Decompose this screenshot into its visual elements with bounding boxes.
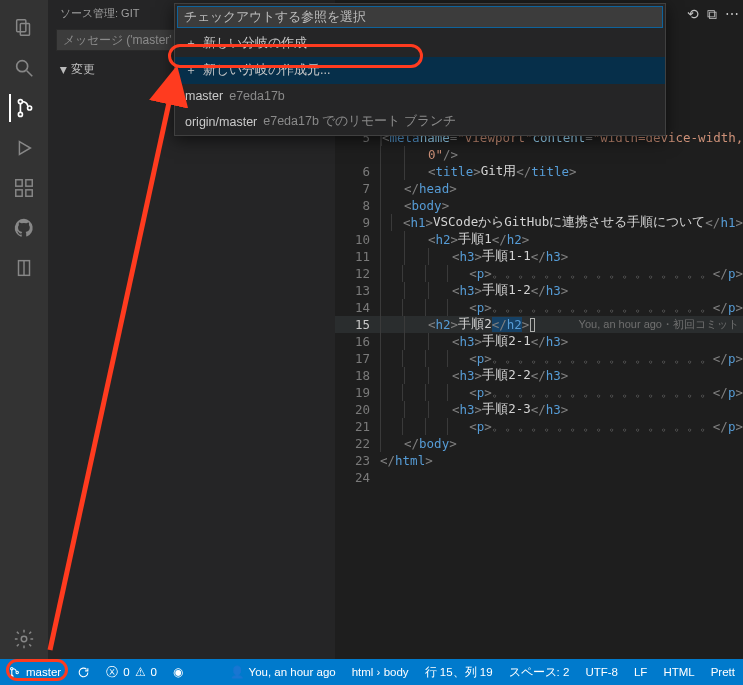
warning-icon: ⚠ xyxy=(135,665,146,679)
chevron-down-icon: ▶ xyxy=(59,66,69,73)
svg-rect-1 xyxy=(20,23,29,35)
editor-toolbar: ⟲ ⧉ ⋯ xyxy=(687,6,739,23)
plus-icon: ＋ xyxy=(185,35,197,52)
changes-label: 変更 xyxy=(71,61,95,78)
quickpick-item-label: master xyxy=(185,89,223,103)
svg-rect-0 xyxy=(17,20,26,32)
svg-point-5 xyxy=(18,112,22,116)
debug-icon[interactable] xyxy=(10,134,38,162)
svg-line-3 xyxy=(27,71,33,77)
refresh-icon[interactable]: ⟲ xyxy=(687,6,699,23)
svg-point-4 xyxy=(18,100,22,104)
status-sync[interactable] xyxy=(69,659,98,685)
broadcast-icon: ◉ xyxy=(173,665,183,679)
quickpick-input[interactable]: チェックアウトする参照を選択 xyxy=(177,6,663,28)
github-icon[interactable] xyxy=(10,214,38,242)
svg-point-16 xyxy=(16,671,18,673)
activity-bar xyxy=(0,0,48,659)
status-problems[interactable]: ⓧ0 ⚠0 xyxy=(98,659,165,685)
code-lines: 4<meta charset="UTF-8" /> 5<meta name="v… xyxy=(335,112,743,486)
svg-point-13 xyxy=(21,636,27,642)
svg-point-2 xyxy=(17,61,28,72)
status-live[interactable]: ◉ xyxy=(165,659,191,685)
quickpick-item-master[interactable]: mastere7eda17b xyxy=(175,84,665,108)
status-prettier[interactable]: Prett xyxy=(703,659,743,685)
svg-rect-10 xyxy=(16,190,22,196)
status-branch[interactable]: master xyxy=(0,659,69,685)
settings-gear-icon[interactable] xyxy=(10,625,38,653)
status-encoding[interactable]: UTF-8 xyxy=(577,659,626,685)
status-eol[interactable]: LF xyxy=(626,659,655,685)
status-spaces[interactable]: スペース: 2 xyxy=(501,659,578,685)
svg-rect-9 xyxy=(26,180,32,186)
quickpick-item-new-branch-from[interactable]: ＋新しい分岐の作成元... xyxy=(175,57,665,84)
status-cursor[interactable]: 行 15、列 19 xyxy=(417,659,501,685)
codelens-blame: You, an hour ago・初回コミット xyxy=(579,317,739,332)
quickpick-item-new-branch[interactable]: ＋新しい分岐の作成... xyxy=(175,30,665,57)
error-icon: ⓧ xyxy=(106,665,118,680)
bookmark-icon[interactable] xyxy=(10,254,38,282)
more-icon[interactable]: ⋯ xyxy=(725,6,739,23)
quickpick-panel: チェックアウトする参照を選択 ＋新しい分岐の作成... ＋新しい分岐の作成元..… xyxy=(174,3,666,136)
status-blame[interactable]: 👤You, an hour ago xyxy=(222,659,344,685)
status-bar: master ⓧ0 ⚠0 ◉ 👤You, an hour ago html › … xyxy=(0,659,743,685)
status-breadcrumb[interactable]: html › body xyxy=(344,659,417,685)
extensions-icon[interactable] xyxy=(10,174,38,202)
quickpick-item-origin-master[interactable]: origin/mastere7eda17b でのリモート ブランチ xyxy=(175,108,665,135)
quickpick-item-label: 新しい分岐の作成... xyxy=(203,35,317,52)
status-branch-label: master xyxy=(26,666,61,678)
editor-cursor xyxy=(530,318,535,332)
scm-icon[interactable] xyxy=(9,94,37,122)
svg-rect-11 xyxy=(26,190,32,196)
status-lang[interactable]: HTML xyxy=(655,659,702,685)
plus-icon: ＋ xyxy=(185,62,197,79)
search-icon[interactable] xyxy=(10,54,38,82)
explorer-icon[interactable] xyxy=(10,14,38,42)
quickpick-item-desc: e7eda17b でのリモート ブランチ xyxy=(263,113,456,130)
svg-point-14 xyxy=(11,667,13,669)
person-icon: 👤 xyxy=(230,665,244,679)
svg-marker-7 xyxy=(19,142,30,155)
quickpick-item-desc: e7eda17b xyxy=(229,89,285,103)
svg-point-6 xyxy=(28,106,32,110)
quickpick-item-label: 新しい分岐の作成元... xyxy=(203,62,330,79)
split-icon[interactable]: ⧉ xyxy=(707,6,717,23)
svg-rect-8 xyxy=(16,180,22,186)
svg-point-15 xyxy=(11,675,13,677)
quickpick-item-label: origin/master xyxy=(185,115,257,129)
